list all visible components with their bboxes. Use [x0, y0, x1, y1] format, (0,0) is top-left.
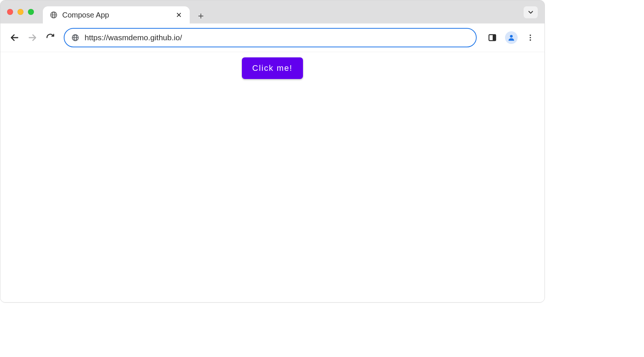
window-zoom-button[interactable]: [28, 9, 34, 15]
toolbar-right-icons: [485, 30, 538, 45]
window-close-button[interactable]: [7, 9, 13, 15]
url-text: https://wasmdemo.github.io/: [85, 33, 182, 42]
reload-button[interactable]: [43, 30, 58, 45]
tab-title: Compose App: [62, 11, 170, 19]
profile-button[interactable]: [505, 31, 518, 44]
side-panel-button[interactable]: [485, 30, 500, 45]
tab-close-button[interactable]: [174, 10, 184, 20]
browser-toolbar: https://wasmdemo.github.io/: [0, 23, 544, 52]
window-traffic-lights: [7, 0, 34, 23]
address-bar[interactable]: https://wasmdemo.github.io/: [64, 28, 477, 47]
back-button[interactable]: [7, 30, 22, 45]
browser-window: Compose App: [0, 0, 545, 303]
site-info-icon[interactable]: [71, 34, 79, 42]
new-tab-button[interactable]: [193, 9, 208, 23]
chrome-menu-button[interactable]: [523, 30, 538, 45]
tab-strip: Compose App: [0, 0, 544, 23]
svg-point-11: [530, 40, 531, 41]
globe-icon: [50, 11, 58, 19]
svg-rect-7: [493, 35, 495, 40]
click-me-button[interactable]: Click me!: [242, 57, 303, 79]
window-minimize-button[interactable]: [18, 9, 23, 15]
browser-tab[interactable]: Compose App: [43, 6, 190, 23]
svg-point-8: [510, 35, 512, 38]
svg-point-9: [530, 35, 531, 36]
svg-point-10: [530, 37, 531, 38]
tabs-dropdown-button[interactable]: [524, 6, 538, 18]
forward-button[interactable]: [25, 30, 40, 45]
page-content: Click me!: [0, 52, 544, 303]
